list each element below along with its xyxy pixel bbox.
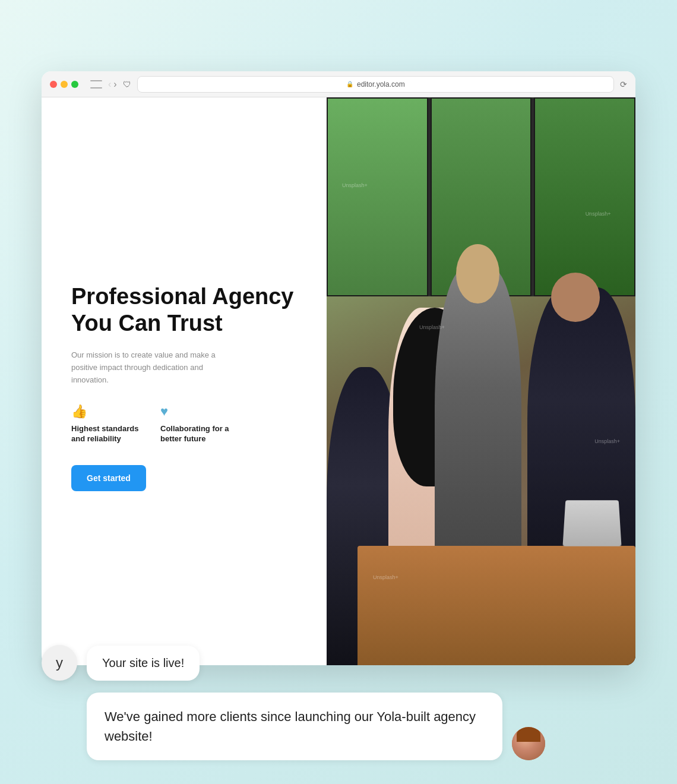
nav-arrows: ‹ ›: [108, 80, 117, 89]
chat-bubble-2-row: We've gained more clients since launchin…: [42, 693, 635, 760]
get-started-button[interactable]: Get started: [71, 465, 146, 491]
traffic-light-green[interactable]: [71, 81, 78, 88]
feature-item-2: ♥ Collaborating for a better future: [160, 404, 232, 444]
hero-photo: Unsplash+ Unsplash+ Unsplash+ Unsplash+ …: [327, 97, 635, 665]
window-frame-3: [534, 97, 635, 296]
unsplash-mark-3: Unsplash+: [594, 438, 620, 444]
chat-bubble-2: We've gained more clients since launchin…: [87, 693, 502, 760]
address-text: editor.yola.com: [357, 80, 405, 88]
heart-icon: ♥: [160, 404, 232, 419]
person-4-head: [551, 273, 600, 322]
user-avatar: [512, 727, 545, 760]
feature-item-1: 👍 Highest standards and reliability: [71, 404, 143, 444]
traffic-light-red[interactable]: [50, 81, 57, 88]
sidebar-toggle-icon[interactable]: [90, 80, 102, 88]
laptop: [563, 500, 622, 546]
hero-right-panel: Unsplash+ Unsplash+ Unsplash+ Unsplash+ …: [327, 97, 635, 665]
thumbs-up-icon: 👍: [71, 404, 143, 419]
chat-bubble-1: Your site is live!: [87, 646, 200, 681]
user-avatar-face: [512, 727, 545, 760]
feature-label-2: Collaborating for a better future: [160, 424, 232, 444]
address-bar[interactable]: 🔒 editor.yola.com: [137, 76, 614, 93]
feature-label-1: Highest standards and reliability: [71, 424, 143, 444]
user-avatar-hair: [517, 727, 540, 742]
unsplash-mark-2: Unsplash+: [419, 324, 445, 330]
browser-toolbar: ‹ › 🛡 🔒 editor.yola.com ⟳: [42, 71, 635, 97]
shield-icon: 🛡: [123, 80, 131, 89]
forward-arrow[interactable]: ›: [113, 80, 116, 89]
hero-left-panel: Professional Agency You Can Trust Our mi…: [42, 97, 327, 665]
chat-bubble-1-row: y Your site is live!: [42, 645, 635, 681]
chat-section: y Your site is live! We've gained more c…: [42, 645, 635, 760]
features-row: 👍 Highest standards and reliability ♥ Co…: [71, 404, 303, 444]
back-arrow[interactable]: ‹: [108, 80, 111, 89]
lock-icon: 🔒: [346, 81, 353, 87]
traffic-lights: [50, 81, 78, 88]
traffic-light-yellow[interactable]: [61, 81, 68, 88]
hero-description: Our mission is to create value and make …: [71, 349, 238, 386]
browser-content: Professional Agency You Can Trust Our mi…: [42, 97, 635, 665]
browser-window: ‹ › 🛡 🔒 editor.yola.com ⟳ Professional A…: [42, 71, 635, 665]
unsplash-mark-1: Unsplash+: [342, 182, 368, 188]
hero-title: Professional Agency You Can Trust: [71, 283, 303, 337]
unsplash-mark-5: Unsplash+: [373, 574, 398, 580]
unsplash-mark-4: Unsplash+: [586, 211, 611, 217]
reload-button[interactable]: ⟳: [620, 80, 627, 89]
scene-people: [327, 268, 635, 665]
person-3-head: [456, 244, 499, 304]
window-frame-1: [327, 97, 428, 296]
yola-avatar: y: [42, 645, 77, 681]
